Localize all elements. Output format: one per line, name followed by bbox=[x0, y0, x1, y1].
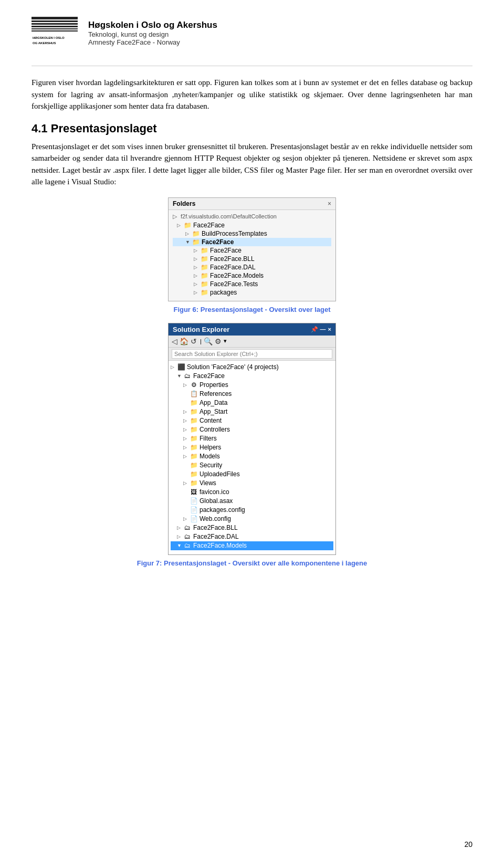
toolbar-separator2: ▾ bbox=[224, 338, 227, 344]
sol-item: ▷ 📁 Content bbox=[171, 416, 333, 425]
item-label: Global.asax bbox=[200, 497, 233, 505]
folders-close-button[interactable]: × bbox=[328, 200, 331, 207]
item-label: Views bbox=[200, 479, 216, 487]
favicon-icon: 🖼 bbox=[190, 488, 198, 496]
project-icon: 🗂 bbox=[183, 533, 192, 540]
sol-item: ▷ ⬛ Solution 'Face2Face' (4 projects) bbox=[171, 363, 333, 372]
sol-item: ▷ 📁 Helpers bbox=[171, 443, 333, 452]
tree-item: ▷ 📁 packages bbox=[173, 288, 331, 297]
sol-item: 📄 Global.asax bbox=[171, 497, 333, 506]
arrow-icon: ▷ bbox=[194, 265, 199, 270]
sol-item: 📄 packages.config bbox=[171, 506, 333, 515]
sol-item: 📁 UploadedFiles bbox=[171, 470, 333, 479]
tree-item: ▷ 📁 Face2Face bbox=[173, 246, 331, 255]
references-icon: 📋 bbox=[190, 390, 198, 397]
sol-explorer-title: Solution Explorer bbox=[173, 326, 229, 333]
item-label: App_Data bbox=[200, 399, 227, 406]
arrow-icon: ▼ bbox=[177, 373, 183, 379]
folder-icon: 📁 bbox=[201, 289, 208, 296]
arrow-icon: ▷ bbox=[183, 454, 190, 459]
folder-icon: 📁 bbox=[190, 444, 198, 451]
folder-icon: 📁 bbox=[190, 399, 198, 406]
pin-icon: 📌 bbox=[311, 326, 318, 333]
svg-text:HØGSKOLEN I OSLO: HØGSKOLEN I OSLO bbox=[33, 36, 65, 39]
folder-icon: 📁 bbox=[201, 280, 208, 288]
item-label: Face2Face.DAL bbox=[193, 533, 239, 540]
sol-item: ▷ 📄 Web.config bbox=[171, 515, 333, 523]
item-label: Helpers bbox=[200, 444, 221, 451]
item-label: Content bbox=[200, 417, 222, 424]
folder-icon: 📁 bbox=[190, 479, 198, 487]
item-label: Models bbox=[200, 453, 220, 460]
figure7-caption: Figur 7: Presentasjonslaget - Oversikt o… bbox=[137, 559, 368, 567]
arrow-icon: ▷ bbox=[194, 256, 199, 261]
sol-item: ▷ ⚙ Properties bbox=[171, 381, 333, 390]
svg-rect-3 bbox=[32, 23, 78, 25]
refresh-button[interactable]: ↺ bbox=[191, 337, 197, 345]
arrow-icon: ▷ bbox=[183, 427, 190, 432]
solution-explorer-panel: Solution Explorer 📌 — × ◁ 🏠 ↺ | 🔍 ⚙ ▾ bbox=[168, 323, 336, 555]
arrow-icon: ▷ bbox=[183, 480, 190, 486]
arrow-icon: ▷ bbox=[194, 290, 199, 295]
item-label: Solution 'Face2Face' (4 projects) bbox=[187, 363, 279, 371]
figure7-container: Solution Explorer 📌 — × ◁ 🏠 ↺ | 🔍 ⚙ ▾ bbox=[32, 323, 472, 567]
arrow-icon bbox=[183, 507, 190, 512]
arrow-icon bbox=[183, 391, 190, 396]
folder-icon: 📁 bbox=[201, 264, 208, 271]
arrow-icon bbox=[183, 489, 190, 495]
folder-icon: 📁 bbox=[190, 462, 198, 469]
folder-icon: 📁 bbox=[190, 426, 198, 433]
arrow-icon: ▷ bbox=[194, 248, 199, 253]
folders-panel: Folders × ▷ f2f.visualstudio.com\Default… bbox=[168, 197, 336, 301]
arrow-icon: ▷ bbox=[183, 382, 190, 387]
filter-button[interactable]: 🔍 bbox=[204, 337, 213, 345]
arrow-icon: ▷ bbox=[183, 436, 190, 441]
back-button[interactable]: ◁ bbox=[172, 337, 177, 345]
sol-header-icons: 📌 — × bbox=[311, 326, 331, 333]
tree-item: ▷ 📁 BuildProcessTemplates bbox=[173, 229, 331, 238]
logo: HØGSKOLEN I OSLO OG AKERSHUS bbox=[32, 16, 79, 50]
header-divider bbox=[32, 66, 472, 66]
sol-item: 📁 App_Data bbox=[171, 399, 333, 407]
search-input[interactable] bbox=[172, 349, 332, 359]
folder-icon: 📁 bbox=[190, 417, 198, 424]
item-label: App_Start bbox=[200, 408, 227, 415]
references-label: References bbox=[200, 390, 232, 397]
webconfig-icon: 📄 bbox=[190, 515, 198, 522]
security-label: Security bbox=[200, 462, 222, 469]
folder-icon: 📁 bbox=[192, 230, 200, 237]
home-button[interactable]: 🏠 bbox=[180, 337, 188, 345]
close-icon: × bbox=[328, 326, 331, 332]
folder-icon: 📁 bbox=[190, 408, 198, 415]
tree-item: ▷ 📁 Face2Face bbox=[173, 221, 331, 229]
arrow-icon: ▷ bbox=[194, 273, 199, 278]
tree-item: ▷ 📁 Face2Face.BLL bbox=[173, 255, 331, 263]
arrow-icon: ▷ bbox=[177, 223, 182, 228]
toolbar-separator: | bbox=[200, 338, 202, 344]
item-label: Face2Face bbox=[210, 247, 242, 254]
sol-item: ▷ 📁 Views bbox=[171, 479, 333, 488]
folder-icon: 📁 bbox=[201, 255, 208, 263]
arrow-icon: ▷ bbox=[183, 516, 190, 521]
folder-icon: 📁 bbox=[190, 435, 198, 442]
item-label: Face2Face.Models bbox=[193, 542, 247, 549]
item-label: favicon.ico bbox=[200, 488, 229, 496]
item-label: Face2Face.Tests bbox=[210, 280, 258, 288]
page-number: 20 bbox=[464, 840, 472, 848]
tree-item: ▷ 📁 Face2Face.Models bbox=[173, 271, 331, 280]
arrow-icon: ▷ bbox=[171, 364, 177, 370]
item-label: Face2Face bbox=[193, 222, 225, 229]
settings-button[interactable]: ⚙ bbox=[215, 337, 222, 345]
svg-rect-1 bbox=[32, 17, 78, 19]
project-icon: 🗂 bbox=[183, 542, 192, 549]
item-label: Face2Face bbox=[193, 372, 225, 380]
folders-body: ▷ f2f.visualstudio.com\DefaultCollection… bbox=[169, 210, 335, 301]
figure6-caption: Figur 6: Presentasjonslaget - Oversikt o… bbox=[173, 306, 330, 313]
svg-rect-5 bbox=[32, 28, 78, 29]
svg-rect-4 bbox=[32, 26, 78, 27]
arrow-icon: ▷ bbox=[177, 534, 183, 539]
item-label: Face2Face.BLL bbox=[193, 524, 238, 531]
folder-icon: 📁 bbox=[190, 470, 198, 478]
sol-item: ▷ 🗂 Face2Face.DAL bbox=[171, 532, 333, 541]
arrow-icon bbox=[183, 400, 190, 405]
